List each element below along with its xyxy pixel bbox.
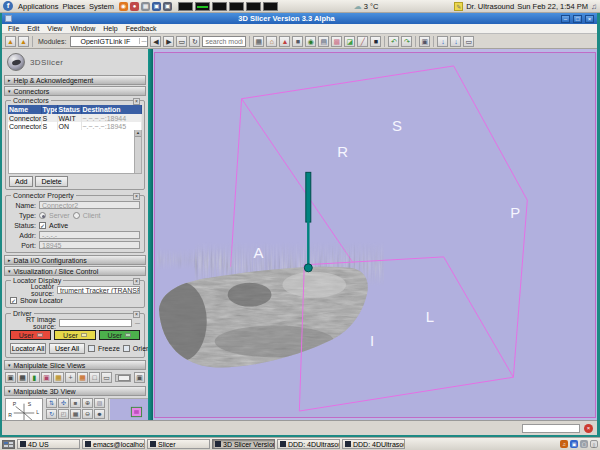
module-nav-button[interactable]: ▶ <box>163 36 174 47</box>
launcher-icon[interactable]: ◉ <box>119 2 128 11</box>
titlebar[interactable]: 3D Slicer Version 3.3 Alpha – □ × <box>2 13 597 24</box>
module-search-input[interactable] <box>202 36 246 47</box>
view3d-tool-icon[interactable]: ⊕ <box>82 398 93 408</box>
notes-applet-icon[interactable]: ✎ <box>454 2 463 11</box>
user-all-button[interactable]: User All <box>49 343 85 354</box>
window-thumbnail[interactable] <box>195 2 210 11</box>
slice-views-end-button[interactable]: ▣ <box>134 372 145 383</box>
client-radio[interactable] <box>73 212 80 219</box>
scroll-up-icon[interactable]: ▲ <box>135 130 141 137</box>
orient-checkbox[interactable] <box>123 345 130 352</box>
close-icon[interactable]: × <box>133 278 140 285</box>
distro-menu-icon[interactable]: f <box>3 1 13 11</box>
menu-item[interactable]: Feedback <box>126 25 157 32</box>
module-shortcut-icon[interactable]: ◪ <box>344 36 355 47</box>
close-button[interactable]: × <box>585 15 594 23</box>
section-data-io[interactable]: ▸ Data I/O Configurations <box>4 255 146 265</box>
module-nav-button[interactable]: ↻ <box>189 36 200 47</box>
panel-menu-item[interactable]: Applications <box>16 2 60 11</box>
panel-menu-item[interactable]: System <box>87 2 116 11</box>
connectors-list-area[interactable]: ▲ <box>8 130 142 174</box>
section-manipulate-3d-view[interactable]: ▾ Manipulate 3D View <box>4 386 146 396</box>
window-thumbnail[interactable] <box>178 2 193 11</box>
close-icon[interactable]: × <box>133 98 140 105</box>
launcher-icon[interactable]: ▦ <box>141 2 150 11</box>
module-shortcut-icon[interactable]: ⌂ <box>266 36 277 47</box>
view3d-tool-icon[interactable]: ⊖ <box>82 409 93 419</box>
slice-view-tool-icon[interactable]: ▦ <box>53 372 64 383</box>
addr-field[interactable]: -.-.-.- <box>39 231 140 239</box>
slider-thumb[interactable] <box>118 375 130 381</box>
slice-driver-user-button[interactable]: User <box>99 330 140 340</box>
delete-connector-button[interactable]: Delete <box>35 176 67 187</box>
module-select[interactable]: OpenIGTLink IF — <box>70 36 148 47</box>
orientation-axis-widget[interactable]: PSLAIR <box>5 398 43 420</box>
module-nav-button[interactable]: ▭ <box>176 36 187 47</box>
col-destination[interactable]: Destination <box>81 105 142 114</box>
view3d-tool-icon[interactable]: ▦ <box>70 409 81 419</box>
slice-opacity-slider[interactable] <box>115 374 131 382</box>
section-manipulate-slice-views[interactable]: ▾ Manipulate Slice Views <box>4 360 146 370</box>
menu-item[interactable]: Edit <box>27 25 39 32</box>
col-type[interactable]: Type <box>41 105 57 114</box>
taskbar-window-button[interactable]: 3D Slicer Version 3.3 ... <box>212 439 275 449</box>
col-status[interactable]: Status <box>57 105 81 114</box>
error-close-icon[interactable]: × <box>584 424 593 433</box>
module-shortcut-icon[interactable]: ▦ <box>253 36 264 47</box>
module-nav-button[interactable]: ◀ <box>150 36 161 47</box>
menu-item[interactable]: Help <box>103 25 117 32</box>
view3d-tool-icon[interactable]: ■ <box>70 398 81 408</box>
slice-view-tool-icon[interactable]: □ <box>89 372 100 383</box>
slice-view-tool-icon[interactable]: + <box>65 372 76 383</box>
slice-view-tool-icon[interactable]: ▭ <box>101 372 112 383</box>
trash-icon[interactable]: ▯ <box>590 440 598 448</box>
taskbar-window-button[interactable]: DDD: 4DUltrasound <box>342 439 405 449</box>
taskbar-window-button[interactable]: DDD: 4DUltrasound.... <box>277 439 340 449</box>
view3d-preview[interactable] <box>108 398 148 420</box>
col-name[interactable]: Name <box>8 105 41 114</box>
scene-file-button[interactable]: ▲ <box>5 36 16 47</box>
connectors-table[interactable]: Name Type Status Destination Connector1S… <box>8 105 142 130</box>
menu-item[interactable]: View <box>47 25 62 32</box>
menu-item[interactable]: Window <box>70 25 95 32</box>
module-shortcut-icon[interactable]: ▩ <box>331 36 342 47</box>
weather-applet[interactable]: ☁ 3 °C <box>354 2 379 11</box>
close-icon[interactable]: × <box>133 193 140 200</box>
slice-view-tool-icon[interactable]: ▦ <box>77 372 88 383</box>
window-thumbnail[interactable] <box>263 2 278 11</box>
connector-name-field[interactable]: Connector2 <box>39 201 140 209</box>
server-radio[interactable] <box>39 212 46 219</box>
launcher-icon[interactable]: ▣ <box>152 2 161 11</box>
window-thumbnail[interactable] <box>212 2 227 11</box>
view3d-tool-icon[interactable]: ✣ <box>58 398 69 408</box>
freeze-checkbox[interactable] <box>88 345 95 352</box>
menu-item[interactable]: File <box>8 25 19 32</box>
add-connector-button[interactable]: Add <box>9 176 33 187</box>
panel-menu-item[interactable]: Places <box>60 2 87 11</box>
table-row[interactable]: Connector2S ON~.~.~.~:18945 <box>8 122 142 130</box>
undo-redo-icon[interactable]: ↷ <box>401 36 412 47</box>
module-shortcut-icon[interactable]: ╱ <box>357 36 368 47</box>
rt-image-source-select[interactable] <box>59 319 132 327</box>
scrollbar[interactable]: ▲ <box>134 130 141 173</box>
minimize-button[interactable]: – <box>561 15 570 23</box>
module-shortcut-icon[interactable]: ■ <box>370 36 381 47</box>
module-shortcut-icon[interactable]: ◉ <box>305 36 316 47</box>
save-snapshot-icon[interactable]: ▣ <box>419 36 430 47</box>
slice-view-tool-icon[interactable]: ▣ <box>5 372 16 383</box>
maximize-button[interactable]: □ <box>573 15 582 23</box>
view-control-icon[interactable]: ↓ <box>450 36 461 47</box>
taskbar-window-button[interactable]: 4D US <box>17 439 80 449</box>
clock[interactable]: Sun Feb 22, 1:54 PM <box>517 2 588 11</box>
view-control-icon[interactable]: ↓ <box>437 36 448 47</box>
volume-icon[interactable]: ♫ <box>591 2 597 11</box>
locator-source-select[interactable]: trument Tracker (TRANSFOR <box>57 286 140 294</box>
slice-view-tool-icon[interactable]: ▦ <box>17 372 28 383</box>
locator-all-button[interactable]: Locator All <box>10 343 46 354</box>
tray-icon[interactable]: ♫ <box>560 440 568 448</box>
workspace-switcher[interactable] <box>2 440 15 449</box>
slice-view-tool-icon[interactable]: ▮ <box>29 372 40 383</box>
launcher-icon[interactable]: ▣ <box>163 2 172 11</box>
table-row[interactable]: Connector1S WAIT~.~.~.~:18944 <box>8 114 142 122</box>
active-checkbox[interactable]: ✓ <box>39 222 46 229</box>
